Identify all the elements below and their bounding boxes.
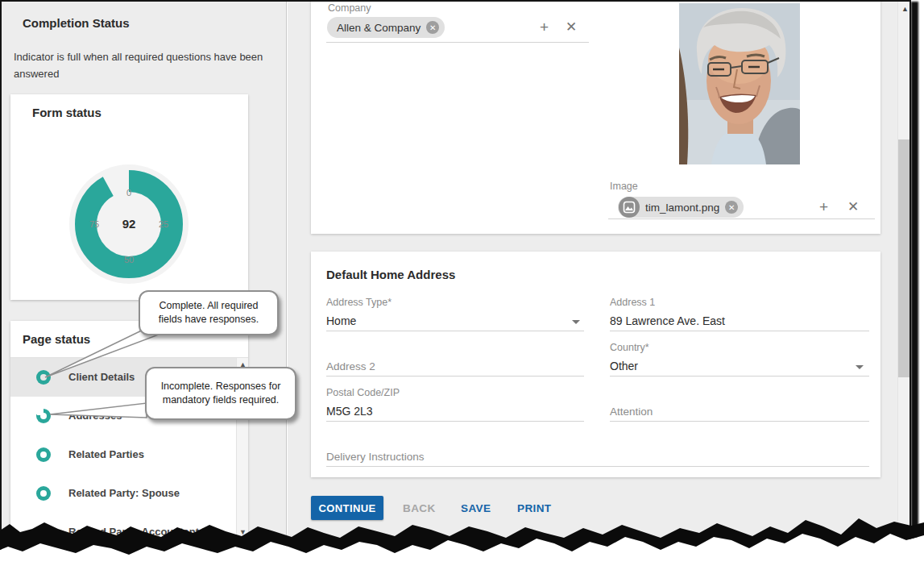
sidebar-title: Completion Status (23, 16, 130, 30)
form-status-title: Form status (32, 106, 102, 119)
country-label: Country* (610, 342, 649, 353)
sidebar-description: Indicator is full when all required ques… (14, 48, 280, 82)
client-photo (679, 3, 800, 164)
page-status-label: Related Parties (68, 448, 144, 460)
address-type-select[interactable]: Home (326, 314, 356, 327)
callout-incomplete: Incomplete. Responses for mandatory fiel… (145, 367, 296, 420)
image-chip-label: tim_lamont.png (645, 202, 719, 214)
field-underline (326, 331, 584, 331)
page-status-item-related-party-spouse[interactable]: Related Party: Spouse (10, 474, 236, 513)
client-details-card: Company Allen & Company ✕ + ✕ (311, 0, 880, 234)
field-underline (326, 466, 869, 467)
field-underline (608, 218, 875, 219)
image-thumbnail-icon (619, 197, 640, 218)
page-status-item-related-parties[interactable]: Related Parties (10, 435, 236, 474)
remove-chip-icon[interactable]: ✕ (725, 201, 738, 214)
field-underline (610, 421, 869, 422)
gauge-tick-50: 50 (124, 255, 134, 264)
add-image-icon[interactable]: + (819, 199, 828, 214)
postal-label: Postal Code/ZIP (326, 387, 400, 398)
country-select[interactable]: Other (610, 360, 638, 372)
address-section-title: Default Home Address (326, 268, 455, 281)
image-label: Image (610, 181, 638, 192)
completion-status-sidebar: Completion Status Indicator is full when… (2, 2, 287, 566)
clear-company-icon[interactable]: ✕ (566, 19, 577, 35)
company-label: Company (328, 2, 371, 14)
address1-input[interactable]: 89 Lawrence Ave. East (610, 314, 725, 327)
chevron-down-icon[interactable] (572, 320, 580, 324)
image-chip[interactable]: tim_lamont.png ✕ (618, 197, 744, 218)
callout-complete: Complete. All required fields have respo… (139, 290, 279, 335)
default-home-address-card: Default Home Address Address Type* Home … (311, 252, 880, 477)
address2-field[interactable]: Address 2 (326, 360, 375, 372)
torn-edge (0, 516, 924, 570)
scrollbar-thumb[interactable] (898, 139, 910, 377)
gauge-tick-0: 0 (126, 188, 131, 198)
clear-image-icon[interactable]: ✕ (847, 199, 859, 214)
completion-gauge-chart: 0 25 50 75 92 (64, 160, 193, 289)
company-chip-label: Allen & Company (337, 22, 421, 34)
field-underline (326, 376, 584, 377)
field-underline (610, 376, 869, 377)
gauge-value: 92 (122, 217, 136, 231)
field-underline (326, 42, 589, 43)
status-complete-icon (36, 447, 51, 462)
callout-tail (47, 401, 151, 422)
page-status-label: Related Party: Spouse (68, 487, 180, 499)
gauge-tick-75: 75 (89, 219, 99, 229)
field-underline (610, 331, 869, 331)
chevron-down-icon[interactable] (856, 365, 864, 369)
attention-field[interactable]: Attention (610, 406, 653, 418)
postal-input[interactable]: M5G 2L3 (326, 405, 373, 418)
status-complete-icon (36, 486, 51, 501)
address-type-label: Address Type* (326, 297, 392, 308)
window-shadow (911, 2, 918, 566)
add-company-icon[interactable]: + (540, 19, 549, 35)
screenshot-page: Completion Status Indicator is full when… (0, 0, 924, 570)
address1-label: Address 1 (610, 297, 655, 308)
field-underline (326, 421, 584, 422)
form-status-card: Form status 0 25 50 75 92 (10, 94, 248, 300)
delivery-instructions-field[interactable]: Delivery Instructions (326, 451, 425, 463)
scroll-up-icon[interactable]: ▲ (901, 6, 909, 13)
remove-chip-icon[interactable]: ✕ (426, 21, 439, 34)
gauge-tick-25: 25 (159, 219, 168, 229)
company-chip[interactable]: Allen & Company ✕ (327, 17, 445, 38)
